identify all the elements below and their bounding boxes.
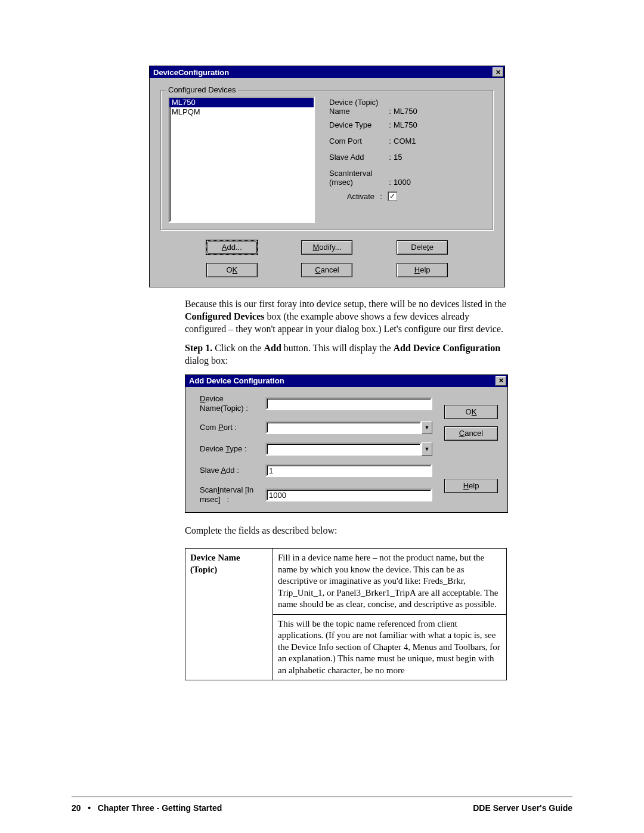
paragraph: Because this is our first foray into dev… <box>185 298 507 335</box>
device-name-input[interactable] <box>265 397 432 410</box>
list-item[interactable]: MLPQM <box>169 107 314 117</box>
content-column: DeviceConfiguration ✕ Configured Devices… <box>149 66 507 680</box>
detail-label: ScanInterval (msec) <box>329 169 386 187</box>
divider <box>72 797 572 797</box>
chevron-down-icon[interactable]: ▼ <box>422 421 432 434</box>
modify-button[interactable]: Modify... <box>301 240 352 255</box>
dialog-title: Add Device Configuration <box>189 376 284 385</box>
table-cell: This will be the topic name referenced f… <box>273 614 507 680</box>
table-row: Device Name (Topic) Fill in a device nam… <box>185 549 507 615</box>
cancel-button[interactable]: Cancel <box>444 426 498 441</box>
activate-checkbox[interactable]: ✓ <box>388 191 397 201</box>
detail-label: Device Type <box>329 120 386 129</box>
com-port-combo[interactable]: ▼ <box>265 421 432 434</box>
detail-label: Device (Topic) Name <box>329 98 386 116</box>
configured-devices-group: Configured Devices ML750 MLPQM Device (T… <box>160 90 494 231</box>
device-listbox[interactable]: ML750 MLPQM <box>168 97 315 223</box>
help-button[interactable]: Help <box>444 479 498 493</box>
list-item[interactable]: ML750 <box>169 98 314 107</box>
detail-value-slave: 15 <box>394 153 429 162</box>
device-configuration-dialog: DeviceConfiguration ✕ Configured Devices… <box>149 66 505 287</box>
ok-button[interactable]: OK <box>444 405 498 419</box>
group-label: Configured Devices <box>166 85 238 94</box>
field-label: Slave Add : <box>200 466 265 475</box>
detail-label: Com Port <box>329 137 386 145</box>
footer-right: DDE Server User's Guide <box>473 803 572 813</box>
detail-label: Activate <box>329 192 374 201</box>
close-icon[interactable]: ✕ <box>493 67 503 77</box>
detail-value-type: ML750 <box>394 120 429 129</box>
page-footer: 20 • Chapter Three - Getting Started DDE… <box>72 803 572 813</box>
titlebar: Add Device Configuration ✕ <box>185 375 507 387</box>
detail-value-scan: 1000 <box>394 178 429 187</box>
detail-label: Slave Add <box>329 153 386 162</box>
titlebar: DeviceConfiguration ✕ <box>150 66 504 78</box>
field-label: Device Type : <box>200 444 265 454</box>
footer-left: 20 • Chapter Three - Getting Started <box>72 803 222 813</box>
field-label: ScanInterval [Inmsec] : <box>200 485 265 504</box>
ok-button[interactable]: OK <box>206 263 258 277</box>
document-page: DeviceConfiguration ✕ Configured Devices… <box>0 0 644 833</box>
field-label: Com Port : <box>200 423 265 432</box>
delete-button[interactable]: Delete <box>397 240 448 255</box>
device-type-combo[interactable]: ▼ <box>265 442 432 456</box>
slave-add-input[interactable]: 1 <box>265 464 432 477</box>
field-description-table: Device Name (Topic) Fill in a device nam… <box>185 548 507 680</box>
table-cell: Fill in a device name here – not the pro… <box>273 549 507 615</box>
field-label: DeviceName(Topic) : <box>200 394 265 413</box>
scan-interval-input[interactable]: 1000 <box>265 488 432 501</box>
detail-value-com: COM1 <box>394 137 429 145</box>
help-button[interactable]: Help <box>397 263 448 277</box>
detail-value-name: ML750 <box>394 107 429 116</box>
table-header-cell: Device Name (Topic) <box>185 549 273 680</box>
add-button[interactable]: Add... <box>206 240 258 255</box>
add-device-configuration-dialog: Add Device Configuration ✕ DeviceName(To… <box>185 374 508 513</box>
cancel-button[interactable]: Cancel <box>301 263 352 277</box>
chevron-down-icon[interactable]: ▼ <box>422 442 432 456</box>
paragraph: Step 1. Click on the Add button. This wi… <box>185 342 507 367</box>
device-details: Device (Topic) Name : ML750 Device Type … <box>329 97 429 223</box>
paragraph: Complete the fields as described below: <box>185 525 507 537</box>
dialog-title: DeviceConfiguration <box>153 68 229 77</box>
close-icon[interactable]: ✕ <box>496 376 506 386</box>
